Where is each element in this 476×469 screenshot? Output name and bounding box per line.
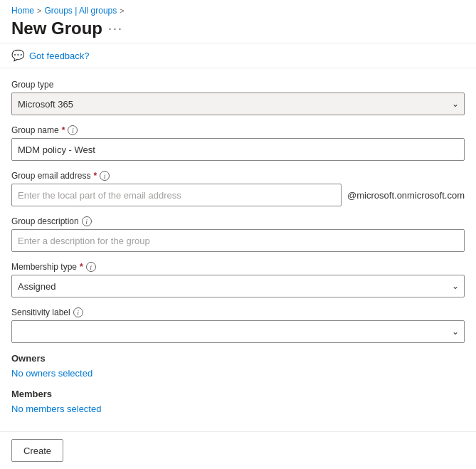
- breadcrumb-groups[interactable]: Groups | All groups: [44, 6, 117, 16]
- group-email-required: *: [93, 171, 97, 181]
- email-suffix: @microsoft.onmicrosoft.com: [347, 190, 465, 201]
- group-name-field: Group name * i: [11, 125, 465, 161]
- group-name-input[interactable]: [11, 138, 465, 161]
- feedback-icon: 💬: [11, 49, 25, 62]
- sensitivity-label-label: Sensitivity label i: [11, 307, 465, 317]
- group-description-info-icon[interactable]: i: [82, 216, 92, 226]
- sensitivity-label-select-wrapper: ⌄: [11, 320, 465, 343]
- membership-type-field: Membership type * i Assigned Dynamic Use…: [11, 262, 465, 297]
- sensitivity-label-info-icon[interactable]: i: [73, 307, 83, 317]
- breadcrumb: Home > Groups | All groups >: [0, 0, 476, 19]
- breadcrumb-home[interactable]: Home: [11, 6, 34, 16]
- group-name-info-icon[interactable]: i: [68, 125, 78, 135]
- email-row: @microsoft.onmicrosoft.com: [11, 184, 465, 206]
- members-link[interactable]: No members selected: [11, 404, 101, 414]
- footer-bar: Create: [0, 431, 476, 469]
- members-heading: Members: [11, 389, 465, 399]
- group-description-label: Group description i: [11, 216, 465, 226]
- group-email-input[interactable]: [11, 184, 342, 206]
- group-type-select[interactable]: Microsoft 365: [11, 93, 465, 115]
- owners-link[interactable]: No owners selected: [11, 368, 92, 379]
- owners-heading: Owners: [11, 353, 465, 364]
- page-title: New Group: [11, 19, 102, 38]
- membership-type-info-icon[interactable]: i: [86, 262, 96, 272]
- more-options-icon[interactable]: ···: [108, 21, 123, 36]
- sensitivity-label-field: Sensitivity label i ⌄: [11, 307, 465, 343]
- membership-type-select[interactable]: Assigned Dynamic User Dynamic Device: [11, 275, 465, 297]
- group-type-label: Group type: [11, 80, 465, 90]
- membership-type-select-wrapper: Assigned Dynamic User Dynamic Device ⌄: [11, 275, 465, 297]
- breadcrumb-sep2: >: [120, 6, 124, 15]
- membership-type-label: Membership type * i: [11, 262, 465, 272]
- sensitivity-label-select[interactable]: [11, 320, 465, 343]
- page-header: New Group ···: [0, 19, 476, 43]
- membership-type-required: *: [80, 262, 83, 272]
- owners-section: Owners No owners selected: [11, 353, 465, 379]
- feedback-label: Got feedback?: [29, 51, 90, 61]
- group-description-field: Group description i: [11, 216, 465, 252]
- group-type-field: Group type Microsoft 365 ⌄: [11, 80, 465, 115]
- members-section: Members No members selected: [11, 389, 465, 414]
- group-name-required: *: [62, 125, 65, 135]
- group-email-field: Group email address * i @microsoft.onmic…: [11, 171, 465, 206]
- group-description-input[interactable]: [11, 229, 465, 252]
- create-button[interactable]: Create: [11, 439, 63, 462]
- feedback-bar[interactable]: 💬 Got feedback?: [0, 43, 476, 68]
- group-type-select-wrapper: Microsoft 365 ⌄: [11, 93, 465, 115]
- group-email-info-icon[interactable]: i: [100, 171, 110, 181]
- breadcrumb-sep1: >: [37, 6, 41, 15]
- content-area: Group type Microsoft 365 ⌄ Group name * …: [0, 68, 476, 431]
- group-name-label: Group name * i: [11, 125, 465, 135]
- group-email-label: Group email address * i: [11, 171, 465, 181]
- page-wrapper: Home > Groups | All groups > New Group ·…: [0, 0, 476, 469]
